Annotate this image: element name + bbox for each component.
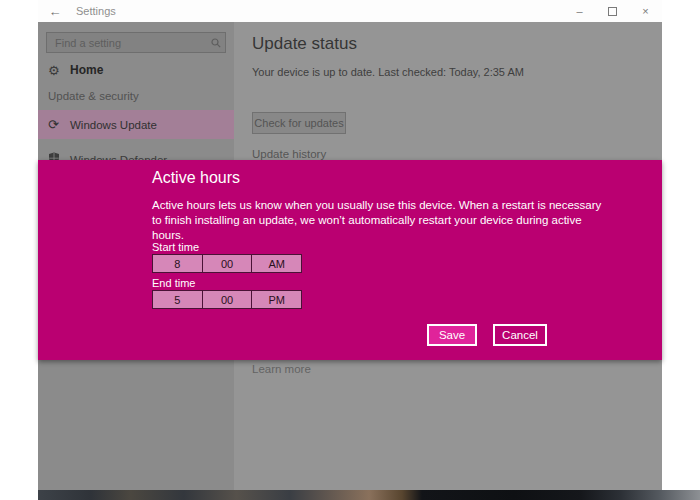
update-status-text: Your device is up to date. Last checked:… (252, 66, 524, 78)
sidebar-item-label: Windows Update (70, 119, 157, 131)
search-input[interactable] (47, 37, 207, 49)
maximize-button[interactable] (596, 0, 629, 22)
screen: ← Settings – × (0, 0, 700, 500)
sidebar-item-home[interactable]: ⚙ Home (38, 58, 234, 82)
sidebar-item-windows-update[interactable]: ⟳ Windows Update (38, 110, 234, 139)
update-history-link[interactable]: Update history (252, 148, 326, 160)
end-time-picker: 5 00 PM (152, 290, 302, 309)
gear-icon: ⚙ (48, 63, 70, 78)
start-hour-select[interactable]: 8 (153, 255, 203, 272)
end-hour-select[interactable]: 5 (153, 291, 203, 308)
sidebar-section-label: Update & security (48, 90, 139, 102)
desktop-wallpaper-strip (38, 490, 700, 500)
window-title: Settings (76, 5, 116, 17)
active-hours-dialog: Active hours Active hours lets us know w… (38, 160, 662, 360)
page-title: Update status (252, 34, 357, 54)
minimize-button[interactable]: – (563, 0, 596, 22)
search-icon[interactable] (207, 38, 225, 48)
end-time-label: End time (152, 277, 195, 289)
start-time-label: Start time (152, 241, 199, 253)
end-period-select[interactable]: PM (252, 291, 301, 308)
settings-window: ← Settings – × (38, 0, 662, 490)
home-label: Home (70, 63, 103, 77)
search-box (46, 32, 226, 53)
start-period-select[interactable]: AM (252, 255, 301, 272)
close-button[interactable]: × (629, 0, 662, 22)
maximize-icon (608, 7, 617, 16)
cancel-button[interactable]: Cancel (493, 324, 547, 346)
titlebar: ← Settings – × (38, 0, 662, 22)
dialog-title: Active hours (152, 169, 240, 187)
end-minute-select[interactable]: 00 (203, 291, 253, 308)
back-button[interactable]: ← (38, 4, 72, 19)
check-for-updates-button[interactable]: Check for updates (252, 112, 346, 134)
save-button[interactable]: Save (427, 324, 477, 346)
window-controls: – × (563, 0, 662, 22)
dialog-description: Active hours lets us know when you usual… (152, 198, 614, 243)
start-minute-select[interactable]: 00 (203, 255, 253, 272)
learn-more-link[interactable]: Learn more (252, 363, 311, 375)
sync-icon: ⟳ (48, 117, 70, 132)
start-time-picker: 8 00 AM (152, 254, 302, 273)
